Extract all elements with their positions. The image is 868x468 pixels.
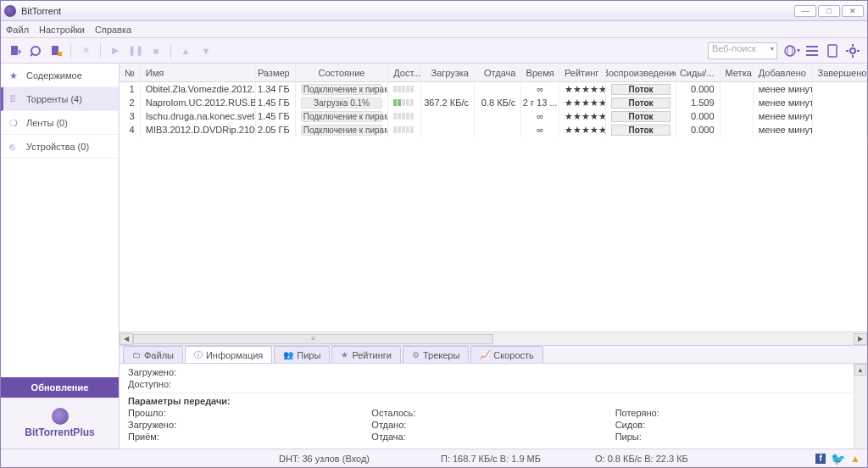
- transfer-section: Параметры передачи:: [128, 393, 859, 406]
- maximize-button[interactable]: □: [818, 5, 840, 17]
- torrents-icon: ⠿: [9, 94, 19, 104]
- remove-icon[interactable]: ✕: [76, 42, 95, 60]
- plus-logo[interactable]: BitTorrentPlus: [1, 398, 119, 448]
- table-row[interactable]: 2Naprolom.UC.2012.RUS.BDRip.Xvi...1.45 Г…: [120, 96, 867, 109]
- detail-panel: Загружено: Доступно: Параметры передачи:…: [120, 364, 867, 448]
- svg-rect-0: [11, 46, 18, 55]
- rss-icon: ❍: [9, 118, 19, 128]
- col-time[interactable]: Время: [521, 64, 559, 81]
- window-controls: — □ ✕: [794, 5, 864, 17]
- device-icon[interactable]: [823, 42, 842, 60]
- grid-header: № Имя Размер Состояние Дост... Загрузка …: [120, 64, 867, 82]
- stop-icon[interactable]: ■: [147, 42, 165, 60]
- horizontal-scrollbar[interactable]: ◀ ≡ ▶: [120, 332, 867, 345]
- given-label: Отдано:: [371, 420, 439, 430]
- device-sidebar-icon: ⎋: [9, 142, 19, 152]
- tab-peers[interactable]: 👥Пиры: [274, 346, 330, 363]
- status-io: О: 0.8 КБ/с В: 22.3 КБ: [595, 454, 688, 464]
- sidebar: ★ Содержимое ⠿ Торренты (4) ❍ Ленты (0) …: [1, 64, 120, 448]
- col-status[interactable]: Состояние: [296, 64, 389, 81]
- status-dht: DHT: 36 узлов (Вход): [279, 454, 370, 464]
- scroll-thumb[interactable]: ≡: [133, 334, 493, 344]
- close-button[interactable]: ✕: [842, 5, 864, 17]
- statusbar: DHT: 36 узлов (Вход) П: 168.7 КБ/с В: 1.…: [1, 448, 867, 467]
- move-up-icon[interactable]: ▲: [176, 42, 195, 60]
- upload-label: Отдача:: [371, 432, 439, 442]
- stream-button[interactable]: Поток: [611, 98, 670, 109]
- col-size[interactable]: Размер: [256, 64, 295, 81]
- col-rating[interactable]: Рейтинг: [559, 64, 606, 81]
- sidebar-item-feeds[interactable]: ❍ Ленты (0): [1, 111, 119, 135]
- scroll-right-icon[interactable]: ▶: [854, 333, 867, 345]
- folder-icon: 🗀: [132, 350, 141, 359]
- add-torrent-file-icon[interactable]: [6, 42, 25, 60]
- settings-gear-icon[interactable]: [843, 42, 862, 60]
- menu-help[interactable]: Справка: [95, 25, 131, 35]
- table-row[interactable]: 1Obitel.Zla.Vomezdie.2012.CamRip...1.34 …: [120, 82, 867, 96]
- svg-rect-9: [828, 45, 837, 57]
- lost-label: Потеряно:: [615, 408, 683, 418]
- menu-settings[interactable]: Настройки: [39, 25, 85, 35]
- col-seeds[interactable]: Сиды/...: [676, 64, 721, 81]
- toolbar: ✕ ▶ ❚❚ ■ ▲ ▼ Веб-поиск ▾: [1, 38, 867, 64]
- downloaded2-label: Загружено:: [128, 420, 196, 430]
- update-button[interactable]: Обновление: [1, 377, 119, 398]
- elapsed-label: Прошло:: [128, 408, 196, 418]
- remote-icon[interactable]: ▾: [782, 42, 801, 60]
- warning-icon[interactable]: ▲: [850, 453, 860, 465]
- titlebar: BitTorrent — □ ✕: [1, 1, 867, 21]
- col-avail[interactable]: Дост...: [388, 64, 421, 81]
- tab-trackers[interactable]: ⚙Трекеры: [403, 346, 469, 363]
- tab-files[interactable]: 🗀Файлы: [123, 346, 183, 363]
- col-done[interactable]: Завершено: [813, 64, 867, 81]
- peers-label: Пиры:: [615, 432, 683, 442]
- svg-rect-8: [806, 54, 818, 56]
- star-tab-icon: ★: [341, 350, 348, 359]
- start-icon[interactable]: ▶: [106, 42, 125, 60]
- col-label[interactable]: Метка: [721, 64, 754, 81]
- sidebar-item-torrents[interactable]: ⠿ Торренты (4): [1, 87, 119, 111]
- twitter-icon[interactable]: 🐦: [831, 452, 845, 465]
- col-name[interactable]: Имя: [141, 64, 257, 81]
- svg-point-4: [785, 46, 795, 56]
- menu-file[interactable]: Файл: [6, 25, 29, 35]
- tab-speed[interactable]: 📈Скорость: [470, 346, 543, 363]
- svg-rect-2: [52, 46, 58, 55]
- web-search-input[interactable]: Веб-поиск: [708, 42, 777, 59]
- sidebar-item-devices[interactable]: ⎋ Устройства (0): [1, 135, 119, 159]
- svg-rect-3: [58, 52, 62, 56]
- detail-scrollbar[interactable]: ▲: [854, 364, 867, 448]
- window-title: BitTorrent: [21, 6, 61, 16]
- create-torrent-icon[interactable]: [47, 42, 65, 60]
- table-row[interactable]: 4MIB3.2012.D.DVDRip.2100MB.avi2.05 ГБПод…: [120, 123, 867, 136]
- facebook-icon[interactable]: f: [815, 454, 826, 464]
- svg-point-10: [850, 48, 855, 53]
- add-torrent-url-icon[interactable]: [26, 42, 45, 60]
- stream-button[interactable]: Поток: [611, 125, 670, 136]
- status-net: П: 168.7 КБ/с В: 1.9 МБ: [441, 454, 541, 464]
- scroll-left-icon[interactable]: ◀: [120, 333, 133, 345]
- pause-icon[interactable]: ❚❚: [126, 42, 145, 60]
- table-row[interactable]: 3Ischu.druga.na.konec.sveta.2012.D...1.4…: [120, 109, 867, 123]
- list-view-icon[interactable]: [803, 42, 821, 60]
- tab-ratings[interactable]: ★Рейтинги: [331, 346, 401, 363]
- sidebar-label: Ленты (0): [26, 118, 68, 128]
- scroll-up-icon[interactable]: ▲: [854, 364, 866, 376]
- move-down-icon[interactable]: ▼: [197, 42, 215, 60]
- sidebar-label: Содержимое: [26, 70, 82, 81]
- sidebar-item-content[interactable]: ★ Содержимое: [1, 64, 119, 87]
- tab-info[interactable]: ⓘИнформация: [185, 346, 272, 363]
- col-added[interactable]: Добавлено: [754, 64, 813, 81]
- svg-rect-7: [806, 50, 818, 52]
- star-icon: ★: [9, 70, 19, 81]
- recv-label: Приём:: [128, 432, 196, 442]
- col-num[interactable]: №: [120, 64, 141, 81]
- torrent-grid: № Имя Размер Состояние Дост... Загрузка …: [120, 64, 867, 345]
- col-play[interactable]: Воспроизведение: [606, 64, 676, 81]
- col-download[interactable]: Загрузка: [421, 64, 475, 81]
- stream-button[interactable]: Поток: [611, 111, 670, 122]
- minimize-button[interactable]: —: [794, 5, 816, 17]
- sidebar-label: Устройства (0): [26, 142, 89, 152]
- stream-button[interactable]: Поток: [611, 84, 670, 95]
- col-upload[interactable]: Отдача: [475, 64, 521, 81]
